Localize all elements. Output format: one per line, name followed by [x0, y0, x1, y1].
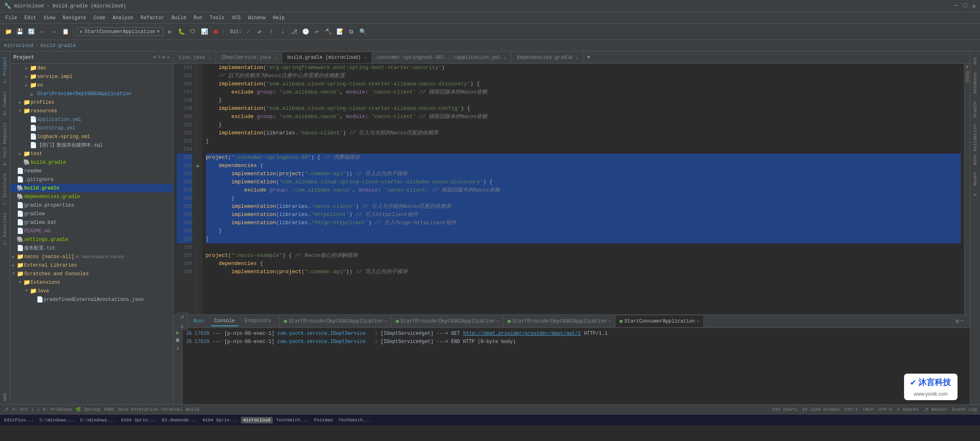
tree-item-predefined[interactable]: 📄 predefinedExternalAnnotations.json	[10, 295, 173, 304]
tree-item-nacos[interactable]: ▶ 📁 nacos [nacos-all] H:\workspace\nacos	[10, 252, 173, 261]
code-content[interactable]: implementation('org.springframework.boot…	[203, 64, 964, 314]
bottom-minimize-icon[interactable]: ─	[961, 318, 964, 325]
run-tab-8002[interactable]: StartProviderDept8002Application ✕	[392, 316, 503, 327]
editor-scrollbar[interactable]: ▲	[964, 64, 970, 314]
save-icon[interactable]: 💾	[15, 27, 24, 37]
tab-web[interactable]: Web	[1, 390, 9, 404]
tab-gradle[interactable]: Gradle	[971, 98, 979, 121]
tab-close-icon[interactable]: ✕	[364, 55, 367, 60]
project-close-icon[interactable]: ✕	[167, 54, 170, 60]
status-line-ending[interactable]: CRLF	[863, 407, 873, 412]
menu-navigate[interactable]: Navigate	[59, 14, 89, 22]
tree-item-profiles[interactable]: ▶ 📁 profiles	[10, 98, 173, 107]
tree-item-vo[interactable]: ▶ 📁 vo	[10, 81, 173, 89]
console-stop-icon[interactable]: ⏹	[175, 337, 180, 343]
status-git-label[interactable]: 4: Git	[12, 407, 28, 412]
tab-close-icon[interactable]: ✕	[274, 55, 277, 60]
status-git[interactable]: ⎇	[3, 407, 9, 412]
git-branch-icon[interactable]: ⎇	[289, 27, 299, 37]
menu-run[interactable]: Run	[190, 14, 206, 22]
run-tab-8001[interactable]: StartProviderDept8001Application ✕	[280, 316, 392, 327]
console-scroll-end-icon[interactable]: ⤓	[176, 345, 180, 351]
stop-button[interactable]: ⏹	[211, 27, 220, 37]
tab-pull-requests[interactable]: 6: Pull Requests	[1, 119, 9, 169]
status-branch[interactable]: ⎇ master	[923, 407, 947, 412]
project-settings-icon[interactable]: ⚙	[163, 54, 165, 60]
tab-commit[interactable]: 0: Commit	[1, 88, 9, 118]
menu-refactor[interactable]: Refactor	[137, 14, 167, 22]
taskbar-techsmith2[interactable]: TechSmith...	[336, 417, 373, 423]
tree-item-readme-md[interactable]: 📄 README.md	[10, 227, 173, 235]
run-restart-icon[interactable]: ↺	[179, 312, 185, 321]
tree-item-logback[interactable]: 📄 logback-spring.xml	[10, 132, 173, 141]
taskbar-cwindows2[interactable]: C:\Windows...	[78, 417, 118, 423]
taskbar-postman[interactable]: Postman	[312, 417, 335, 423]
tree-item-java-ext[interactable]: ▼ 📁 Java	[10, 287, 173, 295]
tab-favorites[interactable]: 2: Favorites	[1, 209, 9, 248]
status-event-log[interactable]: Event Log	[953, 407, 977, 412]
taskbar-microcloud[interactable]: microcloud	[241, 417, 273, 423]
menu-view[interactable]: View	[40, 14, 59, 22]
tab-database[interactable]: Database	[971, 69, 979, 97]
status-encoding[interactable]: UTF-8	[879, 407, 892, 412]
maximize-button[interactable]: □	[963, 2, 967, 10]
menu-window[interactable]: Window	[245, 14, 269, 22]
tree-item-startprovider8003[interactable]: ☕ StartProviderDept8003Application	[10, 89, 173, 98]
console-rerun-icon[interactable]: ▶	[176, 330, 180, 336]
run-config-selector[interactable]: ▶ StartConsumerApplication ▼	[76, 27, 163, 36]
menu-vcs[interactable]: VCS	[229, 14, 244, 22]
menu-analyze[interactable]: Analyze	[109, 14, 136, 22]
status-java-enterprise[interactable]: Java Enterprise	[118, 407, 158, 412]
tab-ideptservice[interactable]: IDeptService.java ✕	[216, 52, 282, 63]
menu-edit[interactable]: Edit	[21, 14, 40, 22]
run-tab-close[interactable]: ✕	[608, 318, 611, 324]
status-terminal[interactable]: Terminal	[161, 407, 183, 412]
menu-code[interactable]: Code	[90, 14, 109, 22]
status-todo[interactable]: TODO	[103, 407, 114, 412]
tree-item-gradlew-bat[interactable]: 📄 gradlew.bat	[10, 218, 173, 227]
tree-item-bootstrap-yml[interactable]: 📄 bootstrap.yml	[10, 124, 173, 132]
tab-maven[interactable]: Maven	[971, 169, 979, 189]
git-update-icon[interactable]: ✔	[255, 27, 265, 37]
tab-ant[interactable]: Ant	[971, 53, 979, 68]
tree-item-dependencies-gradle[interactable]: 🐘 dependencies.gradle	[10, 192, 173, 201]
sync-icon[interactable]: 🔄	[26, 27, 36, 37]
menu-tools[interactable]: Tools	[207, 14, 228, 22]
tab-dependencies-gradle[interactable]: dependencies.gradle ✕	[512, 52, 584, 63]
status-indent[interactable]: 4 spaces	[897, 407, 919, 412]
breadcrumb-project[interactable]: microcloud	[4, 43, 33, 49]
tree-item-sql[interactable]: 📄 【部门】数据库创建脚本.sql	[10, 141, 173, 149]
debug-button[interactable]: 🐛	[176, 27, 186, 37]
tree-item-scratches[interactable]: ▼ 📁 Scratches and Consoles	[10, 270, 173, 278]
menu-file[interactable]: File	[2, 14, 20, 22]
tab-e[interactable]: E	[971, 190, 979, 199]
tab-tionjava[interactable]: tion.java ✕	[174, 52, 216, 63]
git-pull-icon[interactable]: ↓	[278, 27, 287, 37]
tree-item-gradlew[interactable]: 📄 gradlew	[10, 209, 173, 218]
back-icon[interactable]: ←	[38, 27, 47, 37]
tree-item-extensions[interactable]: ▼ 📁 Extensions	[10, 278, 173, 287]
git-history-icon[interactable]: 🕐	[301, 27, 310, 37]
git-push-icon[interactable]: ↑	[266, 27, 276, 37]
git-diff-icon[interactable]: ⧉	[346, 27, 356, 37]
git-settings-icon[interactable]: 🔨	[323, 27, 333, 37]
console-tab[interactable]: Console	[211, 316, 238, 326]
close-button[interactable]: ✕	[972, 2, 976, 10]
project-options-icon[interactable]: ≡	[158, 54, 160, 60]
tree-item-build-gradle-main[interactable]: 🐘 build.gradle	[10, 184, 173, 192]
tab-build-gradle-microcloud[interactable]: build.gradle (microcloud) ✕	[282, 52, 372, 64]
tree-item-dao[interactable]: ▶ 📁 dao	[10, 64, 173, 72]
taskbar-spring1[interactable]: 0104 Sprin...	[118, 417, 158, 423]
tree-item-gitignore[interactable]: 📄 .gitignore	[10, 175, 173, 184]
status-spring[interactable]: 🌿 Spring	[76, 407, 100, 412]
taskbar-cwindows1[interactable]: C:\Windows...	[37, 417, 77, 423]
minimize-button[interactable]: ─	[954, 2, 958, 10]
git-annotate-icon[interactable]: 📝	[335, 27, 345, 37]
run-tab-close[interactable]: ✕	[384, 318, 387, 324]
tab-structure[interactable]: 7: Structure	[1, 170, 9, 209]
status-position[interactable]: 155:1	[844, 407, 858, 412]
breadcrumb-file[interactable]: build.gradie	[40, 43, 76, 49]
endpoints-tab[interactable]: Endpoints	[241, 316, 274, 326]
status-problems[interactable]: ⚠ 6: Problems	[37, 407, 72, 412]
tree-item-gradle-properties[interactable]: 📄 gradle.properties	[10, 201, 173, 209]
